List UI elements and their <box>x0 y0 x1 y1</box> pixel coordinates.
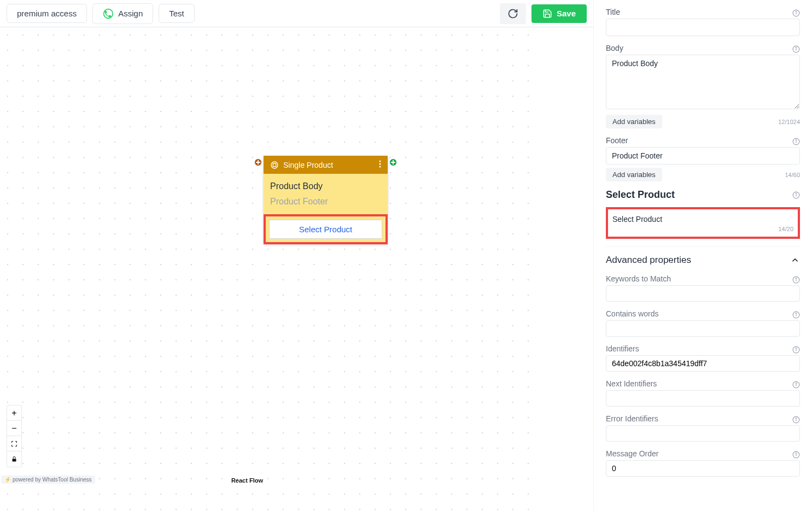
select-product-counter: 14/20 <box>612 226 793 232</box>
select-product-section-header: Select Product <box>606 189 800 201</box>
node-footer-text: Product Footer <box>264 197 388 214</box>
info-icon[interactable] <box>792 191 800 199</box>
refresh-icon <box>507 8 518 19</box>
fit-icon <box>11 440 17 447</box>
product-icon <box>270 161 279 169</box>
select-product-highlight: 14/20 <box>606 207 800 239</box>
info-icon[interactable] <box>792 381 800 389</box>
info-icon[interactable] <box>792 416 800 424</box>
svg-point-1 <box>271 162 278 168</box>
svg-point-33 <box>796 418 796 419</box>
node-select-product-button[interactable]: Select Product <box>269 220 382 239</box>
assign-label: Assign <box>118 9 143 18</box>
footer-label: Footer <box>606 136 628 145</box>
refresh-button[interactable] <box>500 3 526 24</box>
body-counter: 12/1024 <box>778 119 800 125</box>
info-icon[interactable] <box>792 311 800 319</box>
keywords-input[interactable] <box>606 285 800 302</box>
svg-rect-2 <box>273 163 276 166</box>
error-identifiers-input[interactable] <box>606 425 800 442</box>
fit-view-button[interactable] <box>7 436 21 451</box>
next-identifiers-label: Next Identifiers <box>606 379 657 388</box>
body-label: Body <box>606 44 623 52</box>
contains-label: Contains words <box>606 309 659 318</box>
info-icon[interactable] <box>792 451 800 459</box>
node-title: Single Product <box>283 161 333 169</box>
select-product-header-text: Select Product <box>606 189 675 201</box>
info-icon[interactable] <box>792 9 800 17</box>
identifiers-input[interactable] <box>606 355 800 372</box>
test-button[interactable]: Test <box>159 4 195 23</box>
node-more-icon[interactable] <box>379 160 381 169</box>
node-header[interactable]: Single Product <box>264 156 388 174</box>
save-button[interactable]: Save <box>531 4 587 23</box>
save-icon <box>542 9 552 19</box>
svg-point-18 <box>796 193 796 193</box>
node-handle-right[interactable] <box>389 158 397 166</box>
contains-input[interactable] <box>606 320 800 337</box>
powered-by-badge: ⚡ powered by WhatsTool Business <box>1 475 95 484</box>
svg-point-0 <box>104 9 113 18</box>
svg-point-27 <box>796 348 796 349</box>
keywords-label: Keywords to Match <box>606 274 671 283</box>
svg-point-9 <box>796 11 796 12</box>
body-add-variables-button[interactable]: Add variables <box>606 115 662 128</box>
select-product-input[interactable] <box>612 214 793 225</box>
node-body-text: Product Body <box>264 174 388 197</box>
whatsapp-icon <box>103 8 114 19</box>
error-identifiers-label: Error Identifiers <box>606 414 658 423</box>
info-icon[interactable] <box>792 45 800 53</box>
svg-point-30 <box>796 383 796 384</box>
body-textarea[interactable] <box>606 55 800 109</box>
flow-canvas[interactable]: Single Product Product Body Product Foot… <box>0 27 539 511</box>
footer-field-block: Footer Add variables 14/60 <box>606 136 800 181</box>
flow-node-single-product[interactable]: Single Product Product Body Product Foot… <box>264 156 388 244</box>
svg-point-12 <box>796 48 796 48</box>
assign-button[interactable]: Assign <box>92 3 153 24</box>
lock-icon <box>11 456 17 462</box>
properties-panel: Title Body Add variables 12/1024 Footer … <box>593 0 812 511</box>
svg-point-3 <box>379 161 381 162</box>
zoom-in-button[interactable]: + <box>7 406 21 421</box>
zoom-out-button[interactable]: − <box>7 421 21 436</box>
footer-input[interactable] <box>606 147 800 165</box>
top-bar-actions: Save <box>500 3 587 24</box>
advanced-properties: Advanced properties Keywords to Match Co… <box>606 246 800 477</box>
powered-by-text: powered by WhatsTool Business <box>13 477 92 483</box>
svg-point-21 <box>796 278 796 279</box>
info-icon[interactable] <box>792 276 800 284</box>
advanced-properties-toggle[interactable]: Advanced properties <box>606 255 800 266</box>
save-label: Save <box>557 9 576 18</box>
node-handle-left[interactable] <box>254 158 262 166</box>
premium-access-button[interactable]: premium access <box>7 4 87 23</box>
chevron-up-icon <box>790 255 800 265</box>
svg-point-5 <box>379 166 381 168</box>
lock-button[interactable] <box>7 451 21 467</box>
body-field-block: Body Add variables 12/1024 <box>606 44 800 128</box>
canvas-controls: + − <box>7 405 22 467</box>
message-order-input[interactable] <box>606 460 800 477</box>
title-label: Title <box>606 8 620 16</box>
react-flow-attribution: React Flow <box>231 477 263 484</box>
svg-point-36 <box>796 453 796 454</box>
next-identifiers-input[interactable] <box>606 390 800 407</box>
info-icon[interactable] <box>792 346 800 354</box>
footer-add-variables-button[interactable]: Add variables <box>606 168 662 181</box>
advanced-header-text: Advanced properties <box>606 255 691 266</box>
title-field-block: Title <box>606 8 800 36</box>
info-icon[interactable] <box>792 138 800 145</box>
footer-counter: 14/60 <box>785 172 800 178</box>
svg-point-24 <box>796 313 796 314</box>
identifiers-label: Identifiers <box>606 344 639 353</box>
svg-rect-6 <box>13 459 16 462</box>
title-input[interactable] <box>606 19 800 36</box>
message-order-label: Message Order <box>606 449 658 458</box>
node-select-highlight: Select Product <box>264 214 388 244</box>
svg-point-15 <box>796 140 796 140</box>
svg-point-4 <box>379 163 381 165</box>
